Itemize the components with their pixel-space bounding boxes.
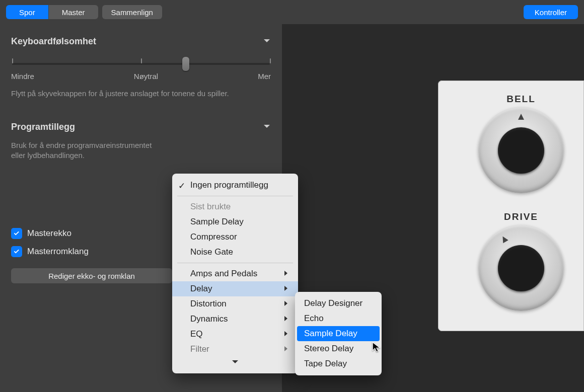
compare-button[interactable]: Sammenlign [102, 5, 162, 19]
chevron-down-icon [263, 122, 271, 133]
menu-item-distortion[interactable]: Distortion [172, 296, 298, 311]
menu-item-recent-0[interactable]: Sample Delay [172, 214, 298, 229]
submenu-item-stereo-delay[interactable]: Stereo Delay [295, 341, 382, 356]
menu-item-recent-1[interactable]: Compressor [172, 229, 298, 245]
submenu-item-delay-designer[interactable]: Delay Designer [295, 296, 382, 311]
keyboard-sensitivity-header[interactable]: Keyboardfølsomhet [11, 29, 271, 51]
drive-knob[interactable] [478, 225, 564, 311]
hardware-panel: BELL DRIVE [438, 81, 584, 331]
menu-item-delay[interactable]: Delay [172, 281, 298, 296]
menu-separator [177, 196, 293, 196]
edit-echo-reverb-button[interactable]: Rediger ekko- og romklan [11, 268, 172, 283]
cursor-icon [372, 341, 383, 354]
chevron-right-icon [283, 299, 289, 309]
keyboard-title: Keyboardfølsomhet [11, 36, 96, 47]
master-echo-label: Masterekko [27, 228, 71, 239]
knob-label-bell: BELL [478, 94, 564, 105]
submenu-item-sample-delay[interactable]: Sample Delay [297, 326, 380, 341]
menu-separator [177, 263, 293, 263]
chevron-right-icon [283, 284, 289, 294]
chevron-down-icon [263, 37, 271, 47]
track-master-segment: Spor Master [6, 5, 98, 19]
master-reverb-label: Masterromklang [27, 247, 89, 257]
menu-item-filter[interactable]: Filter [172, 342, 298, 357]
master-reverb-checkbox[interactable] [11, 246, 22, 257]
submenu-item-tape-delay[interactable]: Tape Delay [295, 356, 382, 371]
toolbar: Spor Master Sammenlign Kontroller [0, 0, 584, 24]
menu-scroll-down-icon[interactable] [172, 357, 298, 369]
menu-header-recent: Sist brukte [172, 199, 298, 214]
bell-knob[interactable] [478, 108, 564, 193]
plugins-header[interactable]: Programtillegg [11, 115, 271, 136]
chevron-right-icon [283, 314, 289, 324]
menu-item-recent-2[interactable]: Noise Gate [172, 245, 298, 260]
submenu-item-echo[interactable]: Echo [295, 311, 382, 326]
delay-submenu: Delay Designer Echo Sample Delay Stereo … [295, 292, 382, 375]
chevron-right-icon [283, 344, 289, 354]
keyboard-help-text: Flytt på skyveknappen for å justere ansl… [11, 89, 271, 99]
tab-spor[interactable]: Spor [6, 5, 48, 19]
slider-label-less: Mindre [11, 72, 34, 81]
chevron-right-icon [283, 269, 289, 279]
slider-label-neutral: Nøytral [134, 72, 158, 81]
menu-item-no-plugin[interactable]: ✓ Ingen programtillegg [172, 178, 298, 193]
master-echo-checkbox[interactable] [11, 228, 22, 239]
plugin-menu: ✓ Ingen programtillegg Sist brukte Sampl… [172, 174, 298, 373]
keyboard-sensitivity-slider[interactable]: Mindre Nøytral Mer [11, 51, 271, 85]
menu-item-eq[interactable]: EQ [172, 327, 298, 342]
knob-label-drive: DRIVE [478, 211, 564, 222]
tab-master[interactable]: Master [48, 5, 98, 19]
menu-item-dynamics[interactable]: Dynamics [172, 311, 298, 327]
plugins-title: Programtillegg [11, 122, 75, 132]
plugins-help-text: Bruk for å endre programvareinstrumentet… [11, 140, 162, 161]
menu-item-amps-pedals[interactable]: Amps and Pedals [172, 266, 298, 281]
controller-button[interactable]: Kontroller [524, 5, 578, 19]
chevron-right-icon [283, 329, 289, 339]
check-icon: ✓ [178, 181, 185, 191]
slider-label-more: Mer [258, 72, 271, 81]
